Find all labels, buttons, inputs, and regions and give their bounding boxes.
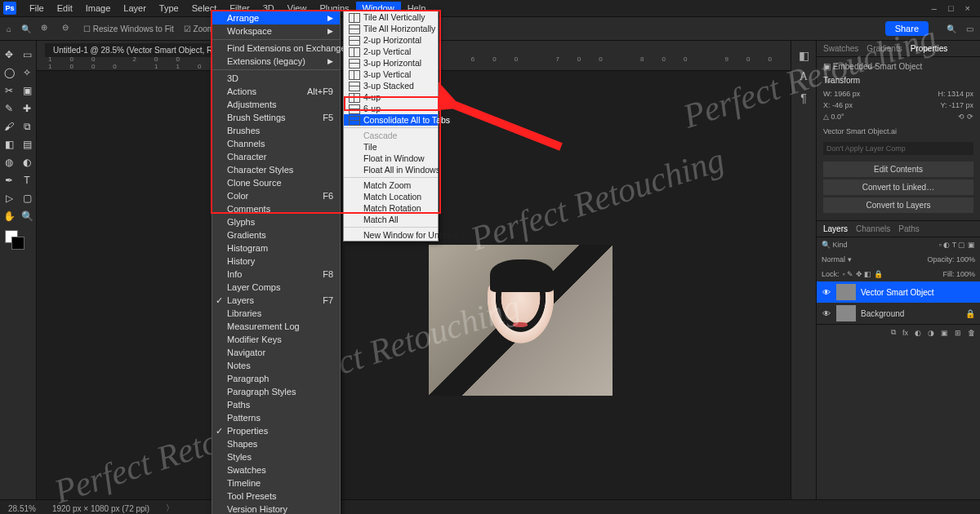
arrange-menu-item[interactable]: Float All in Windows: [344, 164, 438, 175]
window-menu-item[interactable]: Workspace▶: [212, 24, 340, 38]
layer-row[interactable]: 👁Vector Smart Object: [817, 281, 980, 303]
window-menu-item[interactable]: Paragraph Styles: [212, 385, 340, 398]
pen-tool-icon[interactable]: ✒: [2, 173, 16, 188]
type-tool-icon[interactable]: T: [20, 173, 34, 188]
maximize-icon[interactable]: □: [948, 3, 954, 13]
gradient-tool-icon[interactable]: ▤: [20, 137, 34, 152]
arrange-menu-item[interactable]: Match Location: [344, 191, 438, 202]
zoom-tool-icon[interactable]: 🔍: [21, 24, 31, 33]
window-menu-item[interactable]: Notes: [212, 359, 340, 372]
window-menu-item[interactable]: LayersF7: [212, 294, 340, 307]
tab-properties[interactable]: Properties: [911, 44, 948, 53]
zoom-out-icon[interactable]: ⊖: [62, 23, 74, 34]
arrange-menu-item[interactable]: Tile: [344, 141, 438, 153]
window-menu-item[interactable]: Brushes: [212, 124, 340, 137]
menu-image[interactable]: Image: [79, 2, 118, 15]
menu-type[interactable]: Type: [153, 2, 185, 15]
zoom-level[interactable]: 28.51%: [8, 504, 36, 513]
bell-icon[interactable]: ▭: [966, 24, 973, 33]
arrange-menu-item[interactable]: Float in Window: [344, 153, 438, 164]
dodge-tool-icon[interactable]: ◐: [20, 155, 34, 170]
window-menu-item[interactable]: Version History: [212, 503, 340, 514]
blur-tool-icon[interactable]: ◍: [2, 155, 16, 170]
search-icon[interactable]: 🔍: [947, 24, 956, 33]
tab-channels[interactable]: Channels: [856, 224, 890, 233]
window-menu-item[interactable]: Properties: [212, 424, 340, 437]
arrange-menu-item[interactable]: Match Zoom: [344, 179, 438, 191]
move-tool-icon[interactable]: ✥: [2, 47, 16, 62]
window-menu-item[interactable]: Character Styles: [212, 163, 340, 176]
window-menu-item[interactable]: Adjustments: [212, 98, 340, 111]
menu-layer[interactable]: Layer: [117, 2, 153, 15]
window-menu-item[interactable]: Arrange▶: [212, 11, 340, 24]
adjust-icon[interactable]: ◑: [928, 329, 934, 337]
tab-paths[interactable]: Paths: [898, 224, 920, 233]
window-menu-item[interactable]: Measurement Log: [212, 320, 340, 333]
arrange-menu-item[interactable]: 3-up Vertical: [344, 69, 438, 80]
visibility-icon[interactable]: 👁: [822, 288, 831, 297]
window-menu-item[interactable]: Swatches: [212, 463, 340, 476]
window-menu-item[interactable]: Clone Source: [212, 176, 340, 189]
zoom-in-icon[interactable]: ⊕: [41, 23, 52, 34]
window-menu-item[interactable]: Shapes: [212, 437, 340, 450]
paragraph-icon[interactable]: ¶: [800, 91, 807, 104]
window-menu-item[interactable]: Find Extensions on Exchange (legacy)…: [212, 42, 340, 55]
crop-tool-icon[interactable]: ✂: [2, 83, 16, 98]
arrange-menu-item[interactable]: 2-up Horizontal: [344, 34, 438, 46]
arrange-menu-item[interactable]: 2-up Vertical: [344, 46, 438, 57]
blend-mode-select[interactable]: Normal ▾: [822, 255, 852, 264]
lasso-tool-icon[interactable]: ◯: [2, 65, 16, 80]
window-menu-item[interactable]: Histogram: [212, 241, 340, 255]
window-menu-item[interactable]: Modifier Keys: [212, 333, 340, 346]
window-menu-item[interactable]: Channels: [212, 137, 340, 150]
wand-tool-icon[interactable]: ✧: [20, 65, 34, 80]
arrange-menu-item[interactable]: Match All: [344, 214, 438, 225]
tab-layers[interactable]: Layers: [823, 224, 848, 233]
tab-swatches[interactable]: Swatches: [823, 44, 858, 53]
close-icon[interactable]: ×: [965, 3, 970, 13]
minimize-icon[interactable]: –: [932, 3, 937, 13]
window-menu-item[interactable]: ActionsAlt+F9: [212, 85, 340, 98]
window-menu-item[interactable]: Timeline: [212, 476, 340, 490]
layer-row[interactable]: 👁Background🔒: [817, 303, 980, 324]
arrange-menu-item[interactable]: Cascade: [344, 130, 438, 141]
edit-contents-button[interactable]: Edit Contents: [823, 162, 973, 177]
arrange-menu-item[interactable]: 3-up Stacked: [344, 80, 438, 91]
window-menu-item[interactable]: 3D: [212, 72, 340, 85]
eyedropper-tool-icon[interactable]: ✎: [2, 101, 16, 116]
fx-icon[interactable]: fx: [902, 329, 908, 337]
arrange-menu-item[interactable]: 3-up Horizontal: [344, 57, 438, 69]
window-menu-item[interactable]: Libraries: [212, 307, 340, 320]
heal-tool-icon[interactable]: ✚: [20, 101, 34, 116]
window-menu-item[interactable]: Paragraph: [212, 372, 340, 385]
trash-icon[interactable]: 🗑: [968, 329, 975, 337]
eraser-tool-icon[interactable]: ◧: [2, 137, 16, 152]
window-menu-item[interactable]: History: [212, 255, 340, 268]
window-menu-item[interactable]: Navigator: [212, 346, 340, 359]
arrange-menu-item[interactable]: 6-up: [344, 103, 438, 114]
convert-layers-button[interactable]: Convert to Layers: [823, 197, 973, 213]
frame-tool-icon[interactable]: ▣: [20, 83, 34, 98]
shape-tool-icon[interactable]: ▢: [20, 191, 34, 206]
tab-gradients[interactable]: Gradients: [866, 44, 902, 53]
window-menu-item[interactable]: Extensions (legacy)▶: [212, 55, 340, 68]
visibility-icon[interactable]: 👁: [822, 309, 831, 318]
window-menu-item[interactable]: InfoF8: [212, 268, 340, 281]
window-menu-item[interactable]: Glyphs: [212, 215, 340, 228]
window-menu-item[interactable]: Gradients: [212, 228, 340, 241]
window-menu-item[interactable]: Styles: [212, 450, 340, 463]
group-icon[interactable]: ▣: [941, 329, 948, 337]
link-icon[interactable]: ⧉: [891, 328, 896, 337]
window-menu-item[interactable]: Paths: [212, 398, 340, 411]
share-button[interactable]: Share: [885, 21, 929, 36]
arrange-menu-item[interactable]: Tile All Vertically: [344, 11, 438, 23]
color-swatches[interactable]: [5, 230, 24, 250]
arrange-menu-item[interactable]: Consolidate All to Tabs: [344, 114, 438, 126]
stamp-tool-icon[interactable]: ⧉: [20, 119, 34, 134]
mask-icon[interactable]: ◐: [915, 329, 921, 337]
window-menu-item[interactable]: Brush SettingsF5: [212, 111, 340, 124]
arrange-menu-item[interactable]: Tile All Horizontally: [344, 23, 438, 34]
hand-tool-icon[interactable]: ✋: [2, 209, 16, 224]
arrange-menu-item[interactable]: New Window for Untitled-1: [344, 229, 438, 241]
marquee-tool-icon[interactable]: ▭: [20, 47, 34, 62]
